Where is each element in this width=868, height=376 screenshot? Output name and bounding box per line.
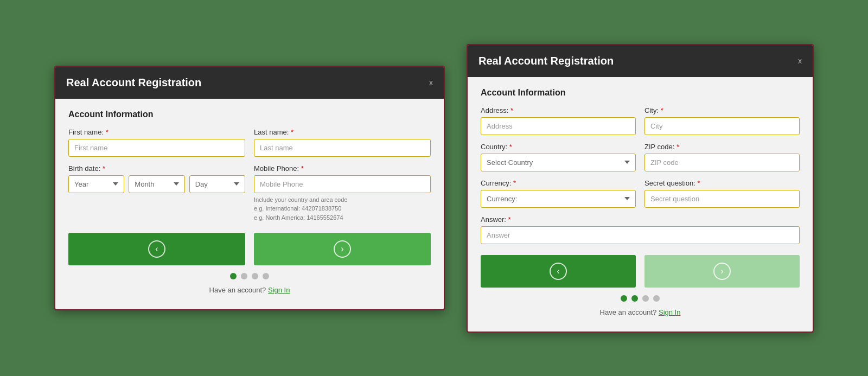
prev-button-1[interactable]: ‹ <box>68 233 245 265</box>
answer-row: Answer: * <box>481 215 800 244</box>
firstname-label: First name: * <box>68 128 245 136</box>
currency-group: Currency: * Currency: <box>481 179 636 208</box>
prev-button-2[interactable]: ‹ <box>481 255 636 288</box>
signin-row-1: Have an account? Sign In <box>68 286 431 301</box>
zipcode-group: ZIP code: * <box>644 143 800 171</box>
zipcode-input[interactable] <box>644 154 800 171</box>
secret-input[interactable] <box>644 190 800 208</box>
next-icon-2: › <box>713 263 731 280</box>
modal-header-2: Real Account Registration x <box>468 45 813 77</box>
secret-label: Secret question: * <box>644 179 800 187</box>
month-select[interactable]: Month <box>129 175 184 193</box>
lastname-input[interactable] <box>254 139 431 157</box>
signin-link-2[interactable]: Sign In <box>659 308 680 316</box>
section-title-2: Account Information <box>481 88 800 98</box>
mobile-label: Mobile Phone: * <box>254 164 431 173</box>
lastname-group: Last name: * <box>254 128 431 157</box>
secret-group: Secret question: * <box>644 179 800 208</box>
birthdate-group: Birth date: * Year Month Day <box>68 164 245 222</box>
prev-icon-1: ‹ <box>148 240 165 258</box>
section-title-1: Account Information <box>68 110 431 119</box>
modal-title-1: Real Account Registration <box>66 77 201 89</box>
address-label: Address: * <box>481 106 636 114</box>
dot-1-2 <box>241 273 247 279</box>
birthdate-mobile-row: Birth date: * Year Month Day Mobile Ph <box>68 164 431 222</box>
modal-header-1: Real Account Registration x <box>55 67 444 99</box>
modal-body-2: Account Information Address: * City: * C… <box>468 77 813 332</box>
progress-dots-2 <box>481 295 800 302</box>
answer-input[interactable] <box>481 226 800 244</box>
mobile-group: Mobile Phone: * Include your country and… <box>254 164 431 222</box>
day-select[interactable]: Day <box>189 175 245 193</box>
currency-select[interactable]: Currency: <box>481 190 636 208</box>
mobile-input[interactable] <box>254 175 431 193</box>
signin-row-2: Have an account? Sign In <box>481 308 800 323</box>
dot-2-2 <box>631 295 638 302</box>
country-group: Country: * Select Country <box>481 143 636 171</box>
modal-registration-2: Real Account Registration x Account Info… <box>467 44 814 333</box>
button-row-2: ‹ › <box>481 255 800 288</box>
currency-secret-row: Currency: * Currency: Secret question: * <box>481 179 800 208</box>
prev-icon-2: ‹ <box>550 263 567 280</box>
city-label: City: * <box>644 106 800 114</box>
close-button-1[interactable]: x <box>429 78 433 87</box>
birthdate-selects: Year Month Day <box>68 175 245 193</box>
signin-link-1[interactable]: Sign In <box>268 286 290 294</box>
next-icon-1: › <box>334 240 351 258</box>
lastname-label: Last name: * <box>254 128 431 136</box>
address-city-row: Address: * City: * <box>481 106 800 135</box>
city-input[interactable] <box>644 117 800 135</box>
dot-2-4 <box>653 295 660 302</box>
next-button-1[interactable]: › <box>254 233 431 265</box>
dot-2-3 <box>642 295 649 302</box>
close-button-2[interactable]: x <box>798 56 802 65</box>
year-select[interactable]: Year <box>68 175 124 193</box>
button-row-1: ‹ › <box>68 233 431 265</box>
modal-registration-1: Real Account Registration x Account Info… <box>54 66 445 311</box>
answer-group: Answer: * <box>481 215 800 244</box>
modal-body-1: Account Information First name: * Last n… <box>55 99 444 310</box>
answer-label: Answer: * <box>481 215 800 224</box>
firstname-input[interactable] <box>68 139 245 157</box>
address-group: Address: * <box>481 106 636 135</box>
dot-1-4 <box>263 273 269 279</box>
city-group: City: * <box>644 106 800 135</box>
name-row: First name: * Last name: * <box>68 128 431 157</box>
progress-dots-1 <box>68 273 431 279</box>
dot-1-3 <box>252 273 258 279</box>
next-button-2[interactable]: › <box>644 255 800 288</box>
country-zip-row: Country: * Select Country ZIP code: * <box>481 143 800 171</box>
firstname-group: First name: * <box>68 128 245 157</box>
dot-2-1 <box>621 295 627 302</box>
mobile-hint: Include your country and area code e.g. … <box>254 195 431 222</box>
country-label: Country: * <box>481 143 636 151</box>
birthdate-label: Birth date: * <box>68 164 245 173</box>
country-select[interactable]: Select Country <box>481 154 636 171</box>
address-input[interactable] <box>481 117 636 135</box>
currency-label: Currency: * <box>481 179 636 187</box>
dot-1-1 <box>230 273 237 279</box>
zipcode-label: ZIP code: * <box>644 143 800 151</box>
modal-title-2: Real Account Registration <box>478 55 614 67</box>
